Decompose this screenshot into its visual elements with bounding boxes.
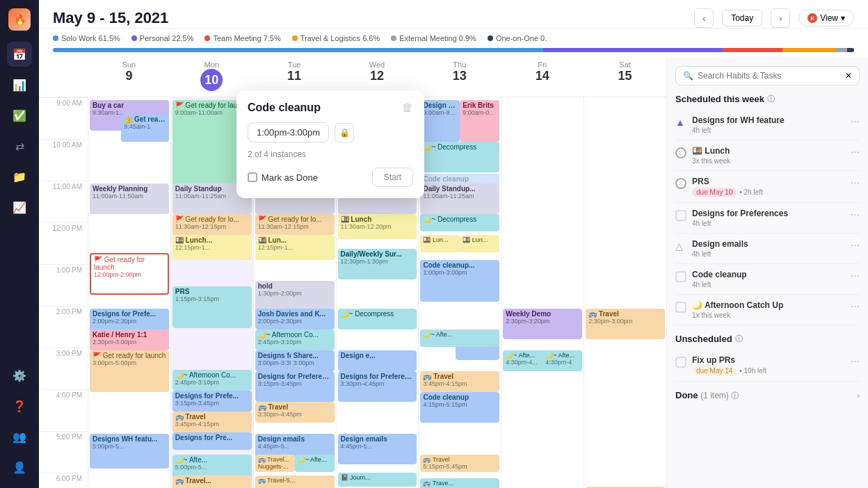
event-lunch-tue[interactable]: 🍱 Lun... 12:15pm-1...: [255, 235, 335, 260]
event-travel-tue[interactable]: 🚌 Travel 3:30pm-4:45pm: [255, 402, 335, 423]
event-get-ready-sun2[interactable]: 🚩 Get ready for launch 12:00pm-2:00pm: [90, 253, 169, 295]
event-erik-brits[interactable]: Erik Brits 9:00am-0...: [460, 100, 499, 142]
event-after-thu[interactable]: 🌙~ Afte...: [420, 330, 499, 347]
close-icon[interactable]: ✕: [845, 71, 852, 81]
event-get-ready-sun[interactable]: 👍 Get ready... 9:45am-1: [121, 114, 169, 142]
mark-as-done-checkbox[interactable]: Mark as Done: [248, 172, 318, 183]
done-expand-arrow[interactable]: ›: [857, 391, 860, 400]
sidebar-item-help[interactable]: ❓: [7, 393, 32, 418]
event-travel-thu2[interactable]: 🚌 Travel 5:15pm-5:45pm: [420, 455, 499, 472]
event-afternoon-co-tue[interactable]: 🌙~ Afternoon Co... 2:45pm-3:10pm: [255, 330, 335, 350]
event-time-display[interactable]: 1:00pm-3:00pm: [248, 122, 329, 143]
bar-travel: [782, 48, 835, 52]
event-lunch-thu2[interactable]: 🍱 Lun...: [460, 235, 499, 252]
event-designs-wh-sun[interactable]: Designs WH featu... 5:00pm-5...: [90, 434, 169, 469]
task-more-lunch[interactable]: ···: [851, 146, 860, 158]
task-designs-pref[interactable]: Designs for Preferences 4h left ···: [675, 203, 860, 234]
event-share-tue[interactable]: Share... 3:00pm: [291, 350, 335, 371]
event-travel-nuggets[interactable]: 🚌 Travel... Nuggets-...: [255, 455, 295, 472]
task-fix-prs[interactable]: Fix up PRs due May 14 • 10h left ···: [675, 350, 860, 382]
event-weekly-demo[interactable]: Weekly Demo 2:30pm-3:20pm: [503, 309, 582, 339]
event-afternoon-catch-mon[interactable]: 🌙~ Afternoon Co... 2:45pm-3:10pm: [172, 370, 252, 391]
unscheduled-info-icon[interactable]: ⓘ: [735, 334, 743, 344]
event-code-cleanup-thu5[interactable]: Code cleanup 4:15pm-5:15pm: [420, 392, 499, 423]
prev-week-button[interactable]: ‹: [694, 8, 714, 28]
done-section: Done (1 item) ⓘ ›: [675, 390, 860, 401]
event-weekly-planning[interactable]: Weekly Planning 11:00am-11:50am: [90, 184, 169, 214]
event-designs-pref-wed2[interactable]: Designs for Preferences 3:30pm-4:45pm: [338, 371, 417, 402]
sidebar-item-tasks[interactable]: ✅: [7, 103, 32, 128]
event-lunch-wed[interactable]: 🍱 Lunch 11:30am-12:20pm: [338, 214, 417, 239]
legend-dot-one-on-one: [488, 35, 493, 41]
search-input[interactable]: [698, 71, 841, 81]
sidebar-item-chart[interactable]: 📊: [7, 72, 32, 97]
event-katie-henry[interactable]: Katie / Henry 1:1 2:30pm-3:00pm: [90, 330, 169, 350]
sidebar-item-avatar[interactable]: 👤: [7, 455, 32, 480]
app-logo[interactable]: 🔥: [8, 8, 31, 31]
task-more-afternoon[interactable]: ···: [851, 300, 860, 313]
event-designs-pref-tue2[interactable]: Designs for Preferences 3:15pm-3:45pm: [255, 371, 335, 402]
event-josh-davies[interactable]: Josh Davies and K... 2:00pm-2:30pm: [255, 309, 335, 330]
event-designs-pref-mon2[interactable]: Designs for Pre...: [172, 432, 252, 450]
done-checkbox[interactable]: [248, 172, 257, 182]
task-more-prs[interactable]: ···: [851, 177, 860, 189]
task-info-designs-wh: Designs for WH feature 4h left: [692, 115, 845, 134]
time-2pm: 2:00 PM: [39, 306, 88, 348]
task-prs[interactable]: PRS due May 10 • 2h left ···: [675, 171, 860, 203]
event-travel-tue2[interactable]: 🚌 Travel-5...: [255, 475, 335, 488]
task-designs-wh[interactable]: ▲ Designs for WH feature 4h left ···: [675, 110, 860, 140]
sidebar-item-analytics[interactable]: 📈: [7, 195, 32, 220]
popup-delete-button[interactable]: 🗑: [402, 101, 413, 114]
event-get-ready-tue2[interactable]: 🚩 Get ready for lo... 11:30am-12:15pm: [255, 214, 335, 235]
event-designs-pref-mon[interactable]: Designs for Prefe... 3:15pm-3:45pm: [172, 391, 252, 412]
today-button[interactable]: Today: [722, 10, 762, 26]
task-more-code-cleanup[interactable]: ···: [851, 270, 860, 282]
event-decompress-thu2[interactable]: 🌙~ Decompress: [420, 214, 499, 231]
task-design-emails[interactable]: △ Design emails 4h left ···: [675, 234, 860, 264]
sidebar-item-folder[interactable]: 📁: [7, 164, 32, 189]
event-travel-thu[interactable]: 🚌 Travel 3:45pm-4:15pm: [420, 371, 499, 392]
event-aftern-fri2[interactable]: 🌙~ Afte... 4:30pm-4: [542, 350, 582, 371]
sidebar-item-transfer[interactable]: ⇄: [7, 133, 32, 158]
lock-icon[interactable]: 🔒: [335, 123, 354, 143]
event-prs-mon[interactable]: PRS 1:15pm-3:15pm: [172, 286, 252, 328]
event-travel-mon2[interactable]: 🚌 Travel...: [172, 475, 252, 488]
task-more-design-emails[interactable]: ···: [851, 239, 860, 252]
task-more-designs-wh[interactable]: ···: [851, 115, 860, 128]
event-journal-wed[interactable]: 📓 Journ...: [338, 473, 417, 487]
event-hold-tue[interactable]: hold 1:30pm-2:00pm: [255, 281, 335, 311]
view-button[interactable]: K View ▾: [798, 10, 854, 26]
event-decompress-wed[interactable]: 🌙~ Decompress: [338, 309, 417, 330]
task-code-cleanup[interactable]: Code cleanup 4h left ···: [675, 264, 860, 295]
time-10am: 10:00 AM: [39, 139, 88, 181]
task-lunch[interactable]: 🍱 Lunch 3x this week ···: [675, 140, 860, 171]
sidebar-item-calendar[interactable]: 📅: [7, 42, 32, 67]
event-travel-mon[interactable]: 🚌 Travel 3:45pm-4:15pm: [172, 412, 252, 432]
event-daily-standup-thu[interactable]: Daily Standup... 11:00am-11:25am: [420, 184, 499, 214]
search-bar[interactable]: 🔍 ✕: [675, 66, 860, 86]
event-get-ready-sun3[interactable]: 🚩 Get ready for launch 3:00pm-5:00pm: [90, 350, 169, 392]
task-more-fix-prs[interactable]: ···: [851, 355, 860, 368]
event-design-e-thu[interactable]: Design e... 9:00am-9...: [420, 100, 460, 142]
task-check-triangle-design-emails: △: [675, 241, 686, 252]
done-info-icon[interactable]: ⓘ: [731, 391, 739, 400]
event-code-cleanup-thu3[interactable]: Code cleanup... 1:00pm-3:00pm: [420, 260, 499, 302]
event-lunch-mon[interactable]: 🍱 Lunch... 12:15pm-1...: [172, 235, 252, 260]
event-get-ready-mon2[interactable]: 🚩 Get ready for lo... 11:30am-12:15pm: [172, 214, 252, 235]
event-design-emails-wed[interactable]: Design e...: [338, 350, 417, 371]
event-decompress-thu[interactable]: 🌙~ Decompress: [420, 142, 499, 172]
task-more-designs-pref[interactable]: ···: [851, 209, 860, 221]
event-travel-sat[interactable]: 🚌 Travel 2:30pm-3:00pm: [586, 309, 665, 339]
next-week-button[interactable]: ›: [771, 8, 790, 28]
start-button[interactable]: Start: [372, 168, 413, 187]
time-12pm: 12:00 PM: [39, 222, 88, 264]
event-design-emails-wed2[interactable]: Design emails 4:45pm-5...: [338, 434, 417, 464]
event-daily-weekly[interactable]: Daily/Weekly Sur... 12:30pm-1:30pm: [338, 249, 417, 279]
task-afternoon-catch-up[interactable]: 🌙 Afternoon Catch Up 1x this week ···: [675, 295, 860, 325]
event-travel-thu3[interactable]: 🚌 Trave...: [420, 478, 499, 488]
sidebar-item-settings[interactable]: ⚙️: [7, 363, 32, 388]
scheduled-info-icon[interactable]: ⓘ: [767, 94, 775, 104]
sidebar-item-users[interactable]: 👥: [7, 424, 32, 449]
event-lunch-thu[interactable]: 🍱 Lun...: [420, 235, 460, 252]
event-after-tue[interactable]: 🌙~ Afte...: [295, 455, 335, 472]
